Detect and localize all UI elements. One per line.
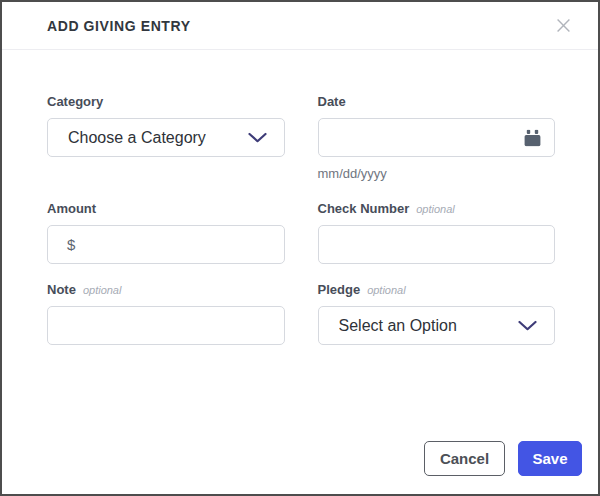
optional-tag: optional (367, 284, 406, 296)
category-field-group: Category Choose a Category (47, 94, 285, 181)
check-number-input-wrapper (318, 225, 556, 264)
amount-field-group: Amount $ (47, 201, 285, 264)
add-giving-entry-modal: ADD GIVING ENTRY Category Choose a Categ… (0, 0, 600, 496)
amount-input[interactable] (75, 226, 283, 263)
chevron-down-icon (518, 320, 537, 331)
cancel-button[interactable]: Cancel (424, 441, 505, 476)
modal-title: ADD GIVING ENTRY (47, 18, 550, 34)
currency-prefix: $ (48, 236, 75, 253)
modal-footer: Cancel Save (424, 441, 582, 476)
pledge-select[interactable]: Select an Option (318, 306, 556, 345)
date-format-hint: mm/dd/yyyy (318, 166, 556, 181)
save-button[interactable]: Save (518, 441, 582, 476)
form-row-2: Amount $ Check Number optional (47, 201, 555, 264)
chevron-down-icon (248, 132, 267, 143)
amount-input-wrapper: $ (47, 225, 285, 264)
amount-label: Amount (47, 201, 285, 216)
category-select-value: Choose a Category (68, 129, 206, 147)
check-number-field-group: Check Number optional (318, 201, 556, 264)
note-label: Note optional (47, 282, 285, 297)
date-label: Date (318, 94, 556, 109)
form-row-1: Category Choose a Category Date (47, 94, 555, 181)
pledge-field-group: Pledge optional Select an Option (318, 282, 556, 345)
pledge-label: Pledge optional (318, 282, 556, 297)
note-field-group: Note optional (47, 282, 285, 345)
pledge-select-value: Select an Option (339, 317, 457, 335)
form-row-3: Note optional Pledge optional Select an … (47, 282, 555, 345)
modal-header: ADD GIVING ENTRY (2, 2, 598, 50)
check-number-input[interactable] (319, 226, 555, 263)
check-number-label: Check Number optional (318, 201, 556, 216)
date-input[interactable] (319, 119, 555, 156)
date-field-group: Date mm/dd/yyyy (318, 94, 556, 181)
optional-tag: optional (83, 284, 122, 296)
optional-tag: optional (416, 203, 455, 215)
note-input[interactable] (48, 307, 284, 344)
close-button[interactable] (550, 13, 576, 39)
modal-body: Category Choose a Category Date (2, 50, 598, 345)
category-label: Category (47, 94, 285, 109)
note-input-wrapper (47, 306, 285, 345)
calendar-icon[interactable] (524, 129, 541, 146)
category-select[interactable]: Choose a Category (47, 118, 285, 157)
date-input-wrapper (318, 118, 556, 157)
close-icon (556, 18, 571, 33)
